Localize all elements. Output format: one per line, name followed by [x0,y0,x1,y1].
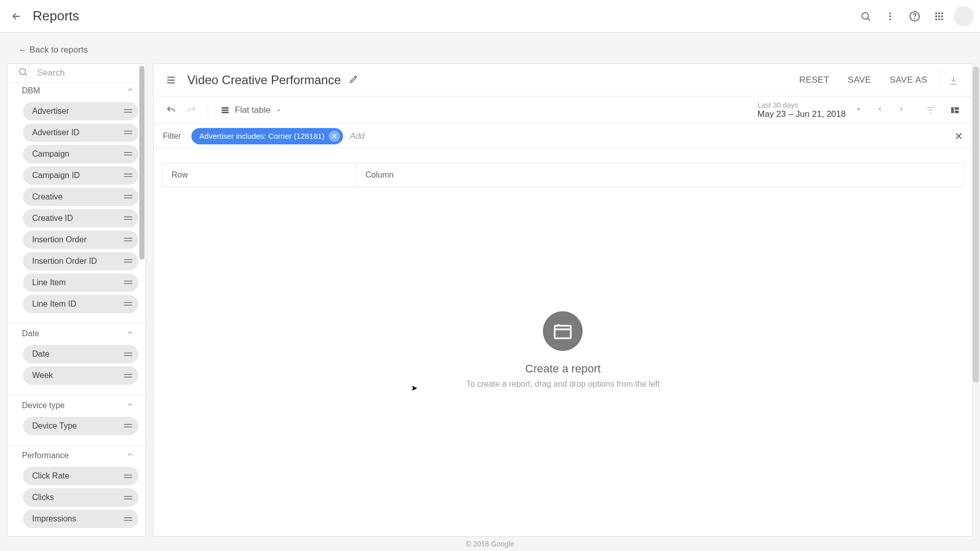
remove-filter-icon[interactable]: ✕ [329,131,340,142]
date-dropdown-icon[interactable] [850,103,867,118]
search-input[interactable] [37,68,135,78]
back-arrow-button[interactable] [6,6,27,27]
date-preset-label: Last 30 days [757,101,846,109]
empty-state-subtitle: To create a report, drag and drop option… [467,380,660,389]
drag-handle-icon [124,302,132,306]
group-label: Device type [22,401,65,410]
close-filter-bar-icon[interactable]: ✕ [954,130,963,142]
svg-rect-10 [938,15,940,17]
save-as-button[interactable]: SAVE AS [880,70,937,90]
drag-handle-icon [124,353,132,356]
report-panel: Video Creative Performance RESET SAVE SA… [153,63,973,537]
download-icon[interactable] [941,68,965,92]
field-chip[interactable]: Creative [23,188,138,206]
field-chip[interactable]: Insertion Order ID [23,252,138,270]
save-button[interactable]: SAVE [839,70,880,90]
column-drop-zone[interactable]: Column [356,163,964,187]
chip-label: Line Item [32,278,66,287]
filter-list-icon[interactable] [920,100,941,120]
search-icon[interactable] [853,4,878,29]
filter-chip-text: Advertiser includes: Corner (128181) [200,132,325,140]
chevron-up-icon [126,400,134,411]
drag-handle-icon [124,259,132,263]
field-chip[interactable]: Advertiser [23,102,138,120]
redo-icon[interactable] [181,100,202,120]
footer-text: © 2018 Google [0,540,980,548]
page-scrollbar[interactable] [973,66,979,383]
date-next-icon[interactable] [893,103,910,118]
svg-rect-20 [954,107,959,110]
drag-handle-icon [124,496,132,499]
chip-label: Campaign ID [32,171,80,180]
svg-rect-14 [941,18,943,20]
filter-chip[interactable]: Advertiser includes: Corner (128181) ✕ [191,128,343,144]
drag-handle-icon [124,238,132,241]
menu-icon[interactable] [161,74,181,86]
more-icon[interactable] [878,4,902,29]
field-chip[interactable]: Week [23,366,138,385]
back-to-reports-link[interactable]: ← Back to reports [18,45,88,55]
empty-state-title: Create a report [467,362,660,375]
chip-label: Line Item ID [32,299,76,309]
field-chip[interactable]: Clicks [23,488,138,507]
empty-state: Create a report To create a report, drag… [467,311,660,389]
field-chip[interactable]: Date [23,345,138,363]
chip-label: Clicks [32,493,54,502]
undo-icon[interactable] [161,100,181,120]
field-chip[interactable]: Campaign [23,145,138,163]
chip-label: Creative [32,192,63,202]
drag-handle-icon [124,131,132,134]
view-layout-icon[interactable] [945,100,965,120]
svg-rect-22 [555,326,571,339]
chevron-up-icon [126,86,134,96]
chip-label: Device Type [32,421,77,431]
report-title: Video Creative Performance [187,73,341,87]
apps-icon[interactable] [927,4,951,29]
chip-label: Campaign [32,149,69,159]
sidebar-scrollbar[interactable] [138,64,145,536]
field-chip[interactable]: Advertiser ID [23,123,138,142]
drag-handle-icon [124,195,132,198]
edit-title-icon[interactable] [349,74,358,86]
drag-handle-icon [124,152,132,156]
svg-rect-21 [954,110,959,113]
reset-button[interactable]: RESET [790,70,839,90]
field-chip[interactable]: Campaign ID [23,166,138,185]
fields-panel: DBM Advertiser Advertiser ID Campaign Ca… [7,63,146,537]
chevron-up-icon [126,450,134,461]
caret-down-icon [276,107,282,113]
svg-rect-18 [222,112,229,113]
drag-handle-icon [124,281,132,284]
field-chip[interactable]: Creative ID [23,209,138,228]
avatar[interactable] [953,6,974,27]
svg-rect-19 [951,107,954,113]
help-icon[interactable] [902,4,927,29]
drag-handle-icon [124,424,132,428]
cursor-icon: ➤ [411,383,418,393]
group-header-date[interactable]: Date [8,326,145,342]
field-chip[interactable]: Insertion Order [23,231,138,249]
field-chip[interactable]: Line Item [23,273,138,292]
field-chip[interactable]: Click Rate [23,467,138,485]
drag-handle-icon [124,374,132,378]
group-header-dbm[interactable]: DBM [8,83,145,99]
group-header-device-type[interactable]: Device type [8,397,145,414]
date-prev-icon[interactable] [871,103,889,118]
row-drop-zone[interactable]: Row [162,163,356,187]
field-chip[interactable]: Line Item ID [23,295,138,313]
svg-rect-17 [222,109,229,111]
table-type-selector[interactable]: Flat table [214,102,288,118]
field-chip[interactable]: Impressions [23,510,138,528]
drag-handle-icon [124,173,132,177]
chip-label: Click Rate [32,471,69,481]
chip-label: Week [32,371,53,380]
drag-handle-icon [124,109,132,113]
svg-rect-12 [936,18,937,20]
svg-rect-8 [941,12,943,14]
group-header-performance[interactable]: Performance [8,447,145,464]
field-chip[interactable]: Device Type [23,417,138,435]
svg-point-0 [862,12,869,19]
add-filter-button[interactable]: Add [350,132,364,141]
table-type-label: Flat table [235,105,271,115]
column-label: Column [365,170,394,180]
